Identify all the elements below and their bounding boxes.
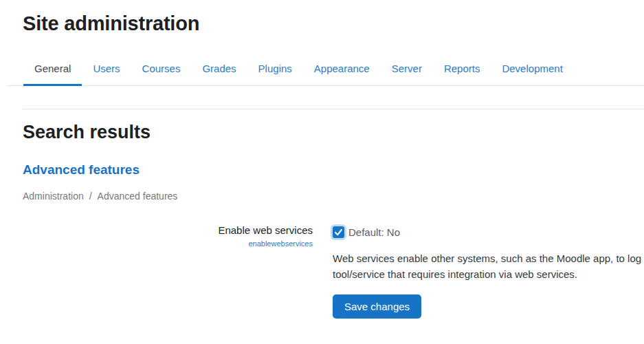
setting-label-column: Enable web services enablewebservices	[0, 224, 313, 248]
tab-general[interactable]: General	[23, 52, 82, 86]
tab-development[interactable]: Development	[491, 52, 573, 86]
setting-description-line2: tool/service that requires integration v…	[333, 266, 644, 282]
tab-server[interactable]: Server	[381, 52, 433, 86]
section-divider	[23, 109, 644, 109]
breadcrumb-separator: /	[84, 191, 98, 202]
setting-description: Web services enable other systems, such …	[333, 250, 644, 282]
setting-label: Enable web services	[0, 224, 313, 237]
breadcrumb: Administration/Advanced features	[23, 191, 177, 202]
enable-web-services-checkbox[interactable]	[333, 226, 344, 238]
tab-plugins[interactable]: Plugins	[247, 52, 303, 86]
checkmark-icon	[334, 228, 343, 237]
breadcrumb-item-administration: Administration	[23, 191, 84, 202]
breadcrumb-item-advanced-features: Advanced features	[98, 191, 178, 202]
tab-appearance[interactable]: Appearance	[303, 52, 381, 86]
tab-reports[interactable]: Reports	[433, 52, 491, 86]
result-link-advanced-features[interactable]: Advanced features	[23, 162, 140, 178]
search-results-heading: Search results	[23, 122, 151, 143]
setting-description-line1: Web services enable other systems, such …	[333, 250, 644, 266]
save-changes-button[interactable]: Save changes	[333, 294, 421, 319]
page-title: Site administration	[23, 12, 199, 35]
admin-tab-bar: GeneralUsersCoursesGradesPluginsAppearan…	[8, 52, 644, 86]
tab-users[interactable]: Users	[82, 52, 131, 86]
setting-shortname-link[interactable]: enablewebservices	[0, 239, 313, 248]
setting-default-value: Default: No	[348, 226, 400, 238]
tab-courses[interactable]: Courses	[131, 52, 192, 86]
tab-grades[interactable]: Grades	[191, 52, 247, 86]
